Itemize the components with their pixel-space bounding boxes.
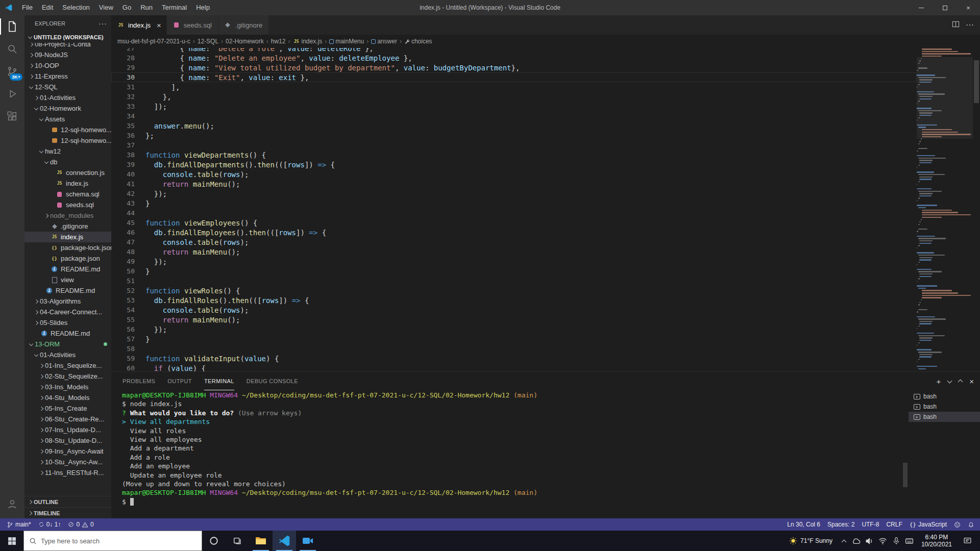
editor-scrollbar-thumb[interactable]: [974, 60, 979, 103]
source-control-icon[interactable]: 3K+: [0, 60, 24, 83]
split-editor-icon[interactable]: [952, 20, 960, 30]
accounts-icon[interactable]: [0, 493, 24, 515]
notifications-bell-icon[interactable]: [964, 521, 978, 528]
tree-item-index-js[interactable]: JSindex.js: [24, 178, 111, 189]
tree-item-01-ins-sequelize-[interactable]: 01-Ins_Sequelize...: [24, 360, 111, 371]
panel-tab-output[interactable]: OUTPUT: [167, 372, 192, 390]
maximize-button[interactable]: [933, 0, 957, 15]
hidden-icons-chevron[interactable]: [839, 538, 850, 544]
tree-item-readme-md[interactable]: README.md: [24, 328, 111, 339]
tree-item-view[interactable]: view: [24, 274, 111, 285]
terminal-dropdown-icon[interactable]: [948, 380, 951, 383]
taskbar-search-input[interactable]: Type here to search: [23, 531, 202, 551]
tree-item-12-sql-homewo-[interactable]: 12-sql-homewo...: [24, 124, 111, 135]
panel-tab-debug-console[interactable]: DEBUG CONSOLE: [247, 372, 298, 390]
minimap-slider[interactable]: [917, 57, 973, 139]
panel-tab-terminal[interactable]: TERMINAL: [204, 372, 234, 390]
outline-section[interactable]: OUTLINE: [24, 496, 111, 507]
file-explorer-icon[interactable]: [249, 531, 273, 551]
extensions-icon[interactable]: [0, 105, 24, 128]
start-button[interactable]: [0, 531, 23, 551]
cortana-icon[interactable]: [202, 531, 226, 551]
onedrive-cloud-icon[interactable]: [850, 537, 863, 545]
microphone-icon[interactable]: [890, 537, 903, 545]
terminal-list-item-2[interactable]: bash: [909, 412, 980, 422]
tab-seeds-sql[interactable]: seeds.sql: [167, 15, 218, 35]
tree-item-02-homework[interactable]: 02-Homework: [24, 103, 111, 114]
breadcrumb-item[interactable]: answer: [371, 38, 397, 45]
tree-item-13-orm[interactable]: 13-ORM: [24, 339, 111, 349]
indentation-setting[interactable]: Spaces: 2: [824, 521, 858, 528]
touch-keyboard-icon[interactable]: [903, 537, 916, 545]
breadcrumb-item[interactable]: hw12: [271, 38, 286, 45]
tree-item-06-stu-create-re-[interactable]: 06-Stu_Create-Re...: [24, 414, 111, 424]
tree-item-package-json[interactable]: {}package.json: [24, 253, 111, 264]
tree-item-05-slides[interactable]: 05-Slides: [24, 317, 111, 328]
tree-item-11-express[interactable]: 11-Express: [24, 71, 111, 82]
breadcrumb-item[interactable]: choices: [404, 38, 432, 45]
tree-item-07-ins-update-d-[interactable]: 07-Ins_Update-D...: [24, 424, 111, 435]
tree-item-03-ins-models[interactable]: 03-Ins_Models: [24, 382, 111, 392]
speaker-icon[interactable]: [863, 537, 876, 545]
menu-selection[interactable]: Selection: [58, 0, 94, 15]
taskbar-clock[interactable]: 6:40 PM 10/20/2021: [916, 534, 957, 548]
tree-item-12-sql-homewo-[interactable]: 12-sql-homewo...: [24, 135, 111, 146]
tree-item-connection-js[interactable]: JSconnection.js: [24, 167, 111, 178]
vscode-taskbar-icon[interactable]: [273, 531, 296, 551]
tree-item-schema-sql[interactable]: schema.sql: [24, 189, 111, 199]
timeline-section[interactable]: TIMELINE: [24, 507, 111, 518]
explorer-icon[interactable]: [0, 15, 24, 38]
tree-item-10-oop[interactable]: 10-OOP: [24, 60, 111, 71]
tree-item-10-stu-async-aw-[interactable]: 10-Stu_Async-Aw...: [24, 457, 111, 467]
menu-edit[interactable]: Edit: [37, 0, 58, 15]
tree-item-03-algorithms[interactable]: 03-Algorithms: [24, 296, 111, 307]
close-panel-icon[interactable]: ×: [969, 377, 974, 386]
minimize-button[interactable]: [910, 0, 933, 15]
breadcrumb-item[interactable]: 12-SQL: [198, 38, 218, 45]
tree-item-04-career-connect-[interactable]: 04-Career-Connect...: [24, 307, 111, 317]
breadcrumb-item[interactable]: 02-Homework: [226, 38, 264, 45]
action-center-icon[interactable]: [957, 537, 977, 545]
tree-item-seeds-sql[interactable]: seeds.sql: [24, 199, 111, 210]
tree-item-index-js[interactable]: JSindex.js: [24, 232, 111, 242]
task-view-icon[interactable]: [226, 531, 249, 551]
tree-item-09-ins-async-await[interactable]: 09-Ins_Async-Await: [24, 446, 111, 457]
tab-index-js[interactable]: JSindex.js×: [111, 15, 167, 35]
breadcrumb-item[interactable]: JSindex.js: [292, 38, 322, 45]
eol-setting[interactable]: CRLF: [883, 521, 905, 528]
menu-view[interactable]: View: [94, 0, 118, 15]
tree-item-node-modules[interactable]: node_modules: [24, 210, 111, 221]
search-icon[interactable]: [0, 38, 24, 60]
code-editor[interactable]: 27 { name: "Delete a role", value: delet…: [111, 48, 980, 371]
camera-app-icon[interactable]: [296, 531, 320, 551]
editor-scrollbar[interactable]: [973, 48, 980, 371]
more-actions-icon[interactable]: ···: [966, 20, 974, 30]
sidebar-more-actions-icon[interactable]: ···: [99, 19, 107, 28]
panel-tab-problems[interactable]: PROBLEMS: [122, 372, 155, 390]
tree-item-08-stu-update-d-[interactable]: 08-Stu_Update-D...: [24, 435, 111, 446]
tree-item-readme-md[interactable]: README.md: [24, 285, 111, 296]
weather-widget[interactable]: 71°F Sunny: [783, 537, 839, 545]
language-mode[interactable]: {} JavaScript: [906, 521, 950, 528]
tree-item-assets[interactable]: Assets: [24, 114, 111, 124]
terminal-list-item-0[interactable]: bash: [909, 391, 980, 402]
problems-indicator[interactable]: 0 0: [64, 521, 97, 528]
terminal-scrollbar-thumb[interactable]: [903, 463, 908, 487]
tree-item-01-activities[interactable]: 01-Activities: [24, 92, 111, 103]
menu-help[interactable]: Help: [191, 0, 214, 15]
menu-terminal[interactable]: Terminal: [157, 0, 191, 15]
workspace-header[interactable]: UNTITLED (WORKSPACE): [24, 32, 111, 43]
encoding-setting[interactable]: UTF-8: [858, 521, 883, 528]
tree-item-01-activities[interactable]: 01-Activities: [24, 349, 111, 360]
tree-item-08-project-1-conta[interactable]: 08-Project-1-Conta: [24, 43, 111, 49]
tree-item--gitignore[interactable]: .gitignore: [24, 221, 111, 232]
sync-indicator[interactable]: 0↓ 1↑: [35, 521, 65, 528]
tree-item-readme-md[interactable]: README.md: [24, 264, 111, 274]
tree-item-02-stu-sequelize-[interactable]: 02-Stu_Sequelize...: [24, 371, 111, 382]
new-terminal-icon[interactable]: +: [936, 377, 941, 386]
tree-item-package-lock-json[interactable]: {}package-lock.json: [24, 242, 111, 253]
tree-item-hw12[interactable]: hw12: [24, 146, 111, 157]
terminal-list-item-1[interactable]: bash: [909, 402, 980, 412]
close-button[interactable]: ×: [957, 0, 980, 15]
tree-item-09-nodejs[interactable]: 09-NodeJS: [24, 49, 111, 60]
